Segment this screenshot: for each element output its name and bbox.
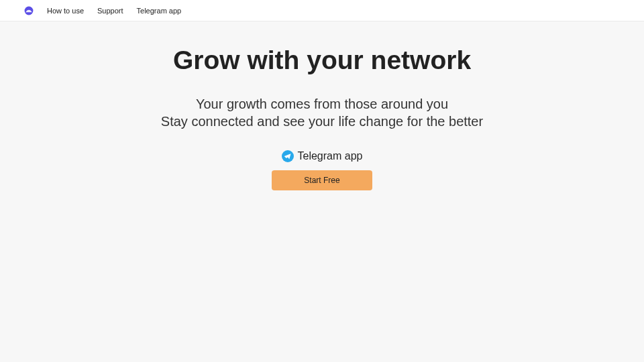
hero-subtitle-line2: Stay connected and see your life change … <box>0 113 644 130</box>
hero-section: Grow with your network Your growth comes… <box>0 21 644 190</box>
logo-icon <box>24 6 34 15</box>
hero-subtitle: Your growth comes from those around you … <box>0 95 644 130</box>
top-nav: How to use Support Telegram app <box>0 0 644 21</box>
hero-subtitle-line1: Your growth comes from those around you <box>0 95 644 113</box>
nav-link-telegram[interactable]: Telegram app <box>137 7 182 15</box>
telegram-icon <box>282 150 294 162</box>
nav-link-how-to-use[interactable]: How to use <box>47 7 84 15</box>
start-free-button[interactable]: Start Free <box>272 170 372 190</box>
nav-link-support[interactable]: Support <box>97 7 123 15</box>
telegram-app-link[interactable]: Telegram app <box>282 150 363 162</box>
telegram-app-label: Telegram app <box>298 150 363 162</box>
hero-title: Grow with your network <box>0 46 644 75</box>
